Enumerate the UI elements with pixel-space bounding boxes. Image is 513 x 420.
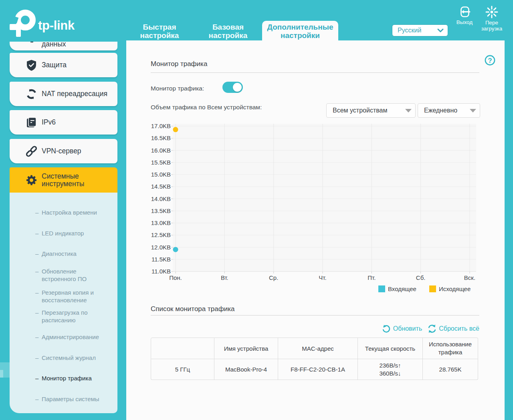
tab-quick-setup[interactable]: Быстрая настройка <box>140 23 179 40</box>
period-filter-value: Ежедневно <box>424 107 470 114</box>
svg-text:tp-link: tp-link <box>38 18 75 32</box>
submenu-item-system-log[interactable]: –Системный журнал <box>10 354 117 362</box>
submenu-item-label: Администрирование <box>42 334 99 340</box>
svg-text:15.0KB: 15.0KB <box>151 171 171 178</box>
caret-down-icon <box>470 109 476 113</box>
period-filter-dropdown[interactable]: Ежедневно <box>418 103 480 118</box>
vpn-icon <box>26 146 37 157</box>
reset-all-button[interactable]: Сбросить всё <box>428 324 479 333</box>
title-divider <box>151 72 479 73</box>
clipped-item-icon <box>30 42 33 42</box>
col-speed: Текущая скорость <box>358 338 423 359</box>
nat-icon <box>26 88 37 100</box>
sidebar-submenu: –Настройка времени –LED индикатор –Диагн… <box>10 193 117 413</box>
tab-basic-setup[interactable]: Базовая настройка <box>209 23 248 40</box>
svg-text:Вт.: Вт. <box>221 274 228 281</box>
page-title: Монитор трафика <box>151 60 207 68</box>
col-device-name: Имя устройства <box>214 338 278 359</box>
svg-text:16.5KB: 16.5KB <box>151 135 171 141</box>
main-content: Монитор трафика ? Монитор трафика: Объем… <box>126 40 505 420</box>
tp-link-logo: tp-link <box>9 9 81 40</box>
caret-down-icon <box>405 109 412 113</box>
device-filter-dropdown[interactable]: Всем устройствам <box>326 103 416 118</box>
svg-text:Чт.: Чт. <box>319 274 326 281</box>
sidebar: данных Защита NAT переадресация IPv6 <box>0 0 126 420</box>
svg-text:Вск.: Вск. <box>464 274 475 281</box>
list-divider <box>151 315 479 316</box>
submenu-item-label: Монитор трафика <box>42 375 92 382</box>
submenu-item-label: Резервная копия и восстановление <box>42 289 94 303</box>
logout-button[interactable]: Выход <box>453 6 476 25</box>
svg-text:14.0KB: 14.0KB <box>151 195 171 202</box>
svg-text:16.0KB: 16.0KB <box>151 147 171 154</box>
submenu-item-label: Параметры системы <box>42 396 99 402</box>
cell-band: 5 ГГц <box>151 359 214 380</box>
submenu-item-label: Обновление встроенного ПО <box>42 268 87 282</box>
submenu-item-scheduled-reboot[interactable]: –Перезагрузка по расписанию <box>10 309 117 324</box>
sidebar-item-clipped[interactable]: данных <box>10 42 117 52</box>
cell-usage: 28.765K <box>423 359 478 380</box>
submenu-item-label: Перезагрузка по расписанию <box>42 309 88 324</box>
traffic-chart: 17.0KB16.5KB16.0KB15.5KB15.0KB14.5KB14.0… <box>148 120 485 288</box>
table-actions: Обновить Сбросить всё <box>151 324 479 333</box>
toggle-label: Монитор трафика: <box>151 85 204 92</box>
reboot-button[interactable]: Пере загрузка <box>479 6 504 32</box>
tab-advanced-label: Дополнительные настройки <box>267 23 333 40</box>
traffic-monitor-toggle[interactable] <box>222 82 243 93</box>
chart-legend: Входящее Исходящее <box>378 285 471 292</box>
reboot-icon <box>485 6 498 18</box>
cell-speed: 236B/s↑360B/s↓ <box>358 359 423 380</box>
reboot-label-line1: Пере <box>485 20 498 26</box>
submenu-item-backup-restore[interactable]: –Резервная копия и восстановление <box>10 289 117 304</box>
cell-mac: F8-FF-C2-20-CB-1A <box>278 359 358 380</box>
submenu-item-firmware-update[interactable]: –Обновление встроенного ПО <box>10 267 117 283</box>
refresh-label: Обновить <box>393 325 422 332</box>
sidebar-item-security[interactable]: Защита <box>10 53 117 77</box>
volume-label: Объем трафика по Всем устройствам: <box>151 104 262 111</box>
legend-incoming-label: Входящее <box>388 285 416 292</box>
sidebar-item-system-tools[interactable]: Системные инструменты <box>10 167 117 193</box>
sidebar-item-vpn[interactable]: VPN-сервер <box>10 139 117 163</box>
legend-outgoing-label: Исходящее <box>439 285 471 292</box>
submenu-item-label: Диагностика <box>42 250 77 257</box>
svg-text:?: ? <box>488 57 492 64</box>
sidebar-item-nat[interactable]: NAT переадресация <box>10 82 117 106</box>
legend-incoming-swatch <box>378 285 385 292</box>
table-header-row: Имя устройства MAC-адрес Текущая скорост… <box>151 338 478 359</box>
submenu-item-led[interactable]: –LED индикатор <box>10 229 117 237</box>
submenu-item-system-parameters[interactable]: –Параметры системы <box>10 395 117 403</box>
language-select[interactable]: Русский <box>392 24 448 36</box>
scroll-indicator-inner <box>0 370 3 378</box>
submenu-item-administration[interactable]: –Администрирование <box>10 333 117 341</box>
sidebar-item-label: VPN-сервер <box>42 147 115 155</box>
table-row: 5 ГГц MacBook-Pro-4 F8-FF-C2-20-CB-1A 23… <box>151 359 478 380</box>
submenu-item-traffic-monitor[interactable]: –Монитор трафика <box>10 374 117 382</box>
svg-text:Пт.: Пт. <box>368 274 376 281</box>
svg-text:11.0KB: 11.0KB <box>151 268 171 275</box>
header: tp-link Быстрая настройка Базовая настро… <box>0 0 513 40</box>
reset-label: Сбросить всё <box>439 325 479 332</box>
svg-text:14.5KB: 14.5KB <box>151 183 171 190</box>
svg-text:15.5KB: 15.5KB <box>151 159 171 166</box>
col-usage: Использование трафика <box>423 338 478 359</box>
reset-icon <box>428 324 436 333</box>
svg-text:11.5KB: 11.5KB <box>151 256 171 263</box>
sidebar-item-ipv6[interactable]: IPv6 <box>10 110 117 135</box>
tab-advanced-setup[interactable]: Дополнительные настройки <box>262 21 338 40</box>
help-icon[interactable]: ? <box>485 55 495 66</box>
right-teal-band <box>505 0 513 420</box>
col-mac: MAC-адрес <box>278 338 358 359</box>
gear-icon <box>26 175 37 186</box>
svg-text:13.0KB: 13.0KB <box>151 219 171 226</box>
logout-label: Выход <box>456 19 473 25</box>
svg-text:13.5KB: 13.5KB <box>151 207 171 214</box>
toggle-knob <box>233 83 242 92</box>
svg-text:Пон.: Пон. <box>169 274 182 281</box>
device-filter-value: Всем устройствам <box>333 107 405 114</box>
shield-icon <box>26 60 37 71</box>
ipv6-icon <box>26 117 37 128</box>
submenu-item-diagnostics[interactable]: –Диагностика <box>10 250 117 257</box>
svg-text:Ср.: Ср. <box>269 274 278 281</box>
refresh-button[interactable]: Обновить <box>382 324 422 333</box>
submenu-item-time-settings[interactable]: –Настройка времени <box>10 209 117 216</box>
